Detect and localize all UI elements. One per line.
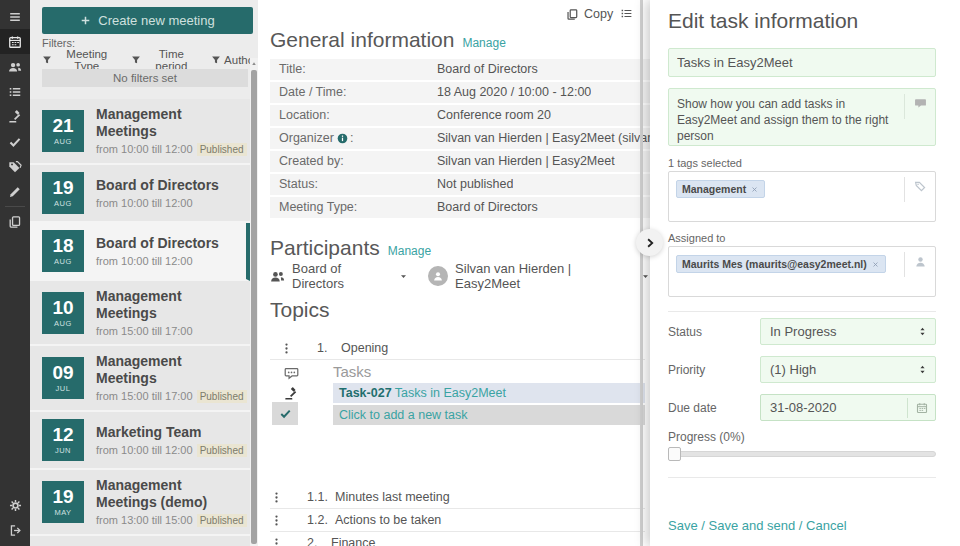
remove-icon[interactable] xyxy=(871,260,880,269)
edit-task-panel: Edit task information Show how you can a… xyxy=(650,0,960,546)
tasks-content: Tasks Task-027 Tasks in Easy2Meet Click … xyxy=(333,360,645,425)
drag-handle-icon[interactable] xyxy=(270,514,283,527)
sidebar-item-calendar[interactable] xyxy=(0,29,30,54)
info-row: Location:Conference room 20 xyxy=(270,105,650,126)
assigned-field[interactable]: Maurits Mes (maurits@easy2meet.nl) xyxy=(668,246,936,297)
due-date-input[interactable]: 31-08-2020 xyxy=(760,394,936,421)
info-row: Title:Board of Directors xyxy=(270,59,650,80)
progress-slider-handle[interactable] xyxy=(668,447,681,461)
topic-title: Minutes last meeting xyxy=(335,490,450,504)
meeting-list-item[interactable]: 09JULManagement Meetingsfrom 15:00 till … xyxy=(30,346,250,412)
tasks-button[interactable] xyxy=(272,402,298,425)
published-badge: Published xyxy=(197,390,247,403)
drag-handle-icon[interactable] xyxy=(270,537,283,546)
app-sidebar xyxy=(0,0,30,546)
create-meeting-label: Create new meeting xyxy=(98,13,214,28)
meeting-date-badge: 10AUG xyxy=(42,292,84,334)
meeting-title: Board of Directors xyxy=(96,235,219,252)
topic-row[interactable]: 1. Opening xyxy=(270,337,645,360)
add-task-button[interactable]: Click to add a new task xyxy=(333,405,645,425)
manage-general-link[interactable]: Manage xyxy=(462,36,505,50)
sidebar-item-check[interactable] xyxy=(0,129,30,154)
meeting-list-item[interactable]: 19MAYManagement Meetings (demo)from 13:0… xyxy=(30,470,250,536)
group-dropdown[interactable]: Board of Directors xyxy=(292,261,408,291)
assignee-chip[interactable]: Maurits Mes (maurits@easy2meet.nl) xyxy=(676,255,886,273)
published-badge: Published xyxy=(197,143,247,156)
copy-meeting-button[interactable]: Copy xyxy=(566,7,613,21)
save-link[interactable]: Save xyxy=(668,518,698,533)
detail-scrollbar[interactable] xyxy=(640,0,643,546)
pencil-icon xyxy=(8,185,22,199)
collapse-panel-button[interactable] xyxy=(636,229,663,256)
calendar-icon[interactable] xyxy=(916,402,928,414)
task-description-field[interactable]: Show how you can add tasks in Easy2Meet … xyxy=(668,88,936,146)
comments-button[interactable] xyxy=(278,362,304,384)
list-view-button[interactable] xyxy=(620,7,633,20)
priority-select[interactable]: (1) High xyxy=(760,356,936,383)
meeting-list-item[interactable]: 12JUNMarketing Teamfrom 10:00 till 12:00… xyxy=(30,412,250,470)
attendee-dropdown[interactable]: Silvan van Hierden | Easy2Meet xyxy=(455,261,650,291)
meeting-list-item[interactable]: 21AUGManagement Meetingsfrom 10:00 till … xyxy=(30,99,250,165)
topic-row[interactable]: 1.1.Minutes last meeting xyxy=(270,486,645,509)
meeting-list-item[interactable]: 18AUGBoard of Directorsfrom 10:00 till 1… xyxy=(30,223,250,281)
tag-chip[interactable]: Management xyxy=(676,180,765,198)
sidebar-item-sign-out[interactable] xyxy=(0,518,30,543)
meeting-list-item[interactable]: 10AUGManagement Meetingsfrom 15:00 till … xyxy=(30,281,250,346)
sidebar-item-gavel[interactable] xyxy=(0,104,30,129)
meeting-list-item[interactable]: 19AUGBoard of Directorsfrom 10:00 till 1… xyxy=(30,165,250,223)
assigned-label: Assigned to xyxy=(668,232,725,244)
tags-count-label: 1 tags selected xyxy=(668,157,742,169)
meeting-time: from 15:00 till 17:00Published xyxy=(96,390,246,403)
task-item[interactable]: Task-027 Tasks in Easy2Meet xyxy=(333,383,645,403)
meeting-day: 09 xyxy=(52,363,73,383)
topic-number: 2. xyxy=(307,536,331,546)
scrollbar-track[interactable] xyxy=(250,58,258,546)
drag-handle-icon[interactable] xyxy=(280,342,293,355)
list-view-icon xyxy=(620,7,633,20)
create-meeting-button[interactable]: Create new meeting xyxy=(42,7,253,34)
scrollbar-thumb[interactable] xyxy=(251,70,257,544)
topic-row[interactable]: 1.2.Actions to be taken xyxy=(270,509,645,532)
meeting-day: 12 xyxy=(52,425,73,445)
meeting-day: 19 xyxy=(52,178,73,198)
general-info-header: General information Manage xyxy=(270,28,506,52)
meeting-month: JUN xyxy=(55,446,71,455)
cancel-link[interactable]: Cancel xyxy=(806,518,846,533)
meeting-month: AUG xyxy=(54,319,72,328)
manage-participants-link[interactable]: Manage xyxy=(388,244,431,258)
chip-label: Management xyxy=(682,183,746,195)
field-divider xyxy=(904,252,905,277)
sidebar-item-gear[interactable] xyxy=(0,493,30,518)
topic-number: 1.1. xyxy=(307,490,335,504)
progress-slider-track[interactable] xyxy=(668,451,936,457)
tags-field[interactable]: Management xyxy=(668,171,936,222)
due-date-label: Due date xyxy=(668,401,717,415)
sidebar-item-menu[interactable] xyxy=(0,4,30,29)
status-label: Status xyxy=(668,325,702,339)
save-and-send-link[interactable]: Save and send xyxy=(708,518,795,533)
meeting-title: Management Meetings xyxy=(96,106,246,140)
due-date-value: 31-08-2020 xyxy=(770,400,837,415)
drag-handle-icon[interactable] xyxy=(270,491,283,504)
remove-icon[interactable] xyxy=(750,185,759,194)
status-select[interactable]: In Progress xyxy=(760,318,936,345)
meeting-info: Management Meetingsfrom 10:00 till 12:00… xyxy=(96,106,246,156)
updown-icon xyxy=(917,364,928,375)
sidebar-item-list[interactable] xyxy=(0,79,30,104)
task-title-input[interactable] xyxy=(668,48,936,77)
sidebar-item-pencil[interactable] xyxy=(0,179,30,204)
chevron-right-icon xyxy=(644,237,656,249)
meeting-list-panel: Create new meeting Filters: Meeting Type… xyxy=(30,0,258,546)
scroll-up-icon[interactable] xyxy=(250,60,258,68)
info-label: Location: xyxy=(279,108,437,123)
sidebar-item-users[interactable] xyxy=(0,54,30,79)
sidebar-bottom-items xyxy=(0,493,30,543)
topic-row[interactable]: 2.Finance xyxy=(270,532,645,546)
comment-icon[interactable] xyxy=(914,97,927,110)
meeting-title: Management Meetings (demo) xyxy=(96,477,246,511)
meeting-list-item[interactable]: 14MAYManagement Meetingsfrom 10:00 till … xyxy=(30,536,250,546)
info-icon[interactable] xyxy=(337,133,348,144)
sidebar-item-copy[interactable] xyxy=(0,209,30,234)
sidebar-item-tags[interactable] xyxy=(0,154,30,179)
meeting-time: from 10:00 till 12:00Published xyxy=(96,143,246,156)
